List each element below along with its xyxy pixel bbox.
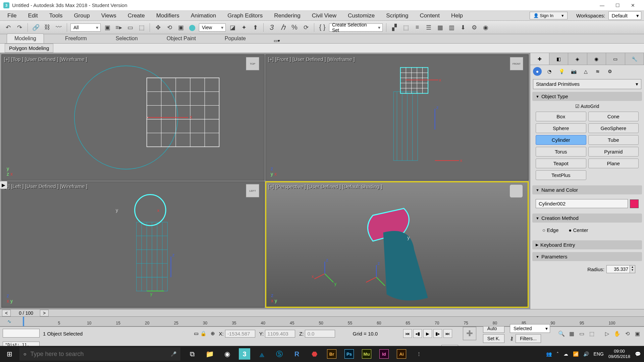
helpers-subtab[interactable]: △ [581,67,590,76]
window-crossing-button[interactable]: ⬚ [137,23,146,32]
ribbon-tab-populate[interactable]: Populate [217,34,254,43]
selected-combo[interactable]: Selected [510,324,550,333]
viewport-top-label[interactable]: [+] [Top ] [User Defined ] [Wireframe ] [4,56,87,62]
move-button[interactable]: ✥ [153,23,163,32]
rollout-header-parameters[interactable]: ▼Parameters [532,252,642,261]
btn-cone[interactable]: Cone [588,112,639,121]
spinner-snap-button[interactable]: ⟳ [301,23,311,32]
radius-spinner[interactable]: ▲▼ [606,265,635,273]
schematic-view-button[interactable]: ▥ [447,23,456,32]
select-by-name-button[interactable]: ≡▸ [114,23,123,32]
coord-x[interactable]: -1534.587 [225,330,255,338]
link-button[interactable]: 🔗 [31,23,41,32]
autogrid-checkbox[interactable]: ☑ AutoGrid [536,104,639,109]
space-warps-subtab[interactable]: ≋ [593,67,602,76]
placement-button[interactable]: ⬤ [187,23,197,32]
play-button[interactable]: ▶ [423,329,432,338]
btn-pyramid[interactable]: Pyramid [588,147,639,157]
coord-y[interactable]: 1109.403 [265,330,295,338]
viewport-front-label[interactable]: [+] [Front ] [User Defined ] [Wireframe … [268,56,355,62]
display-tab[interactable]: ▭ [606,53,625,65]
create-tab[interactable]: ✚ [530,53,549,65]
menu-content[interactable]: Content [415,11,444,20]
minimize-button[interactable]: — [594,0,610,11]
prev-frame-button[interactable]: ◂▮ [413,329,422,338]
ribbon-tab-modeling[interactable]: Modeling [7,34,44,43]
cloud-icon[interactable]: ☁ [564,351,568,357]
menu-modifiers[interactable]: Modifiers [152,11,184,20]
layers-button[interactable]: ≡ [413,23,422,32]
muse-icon[interactable]: Mu [358,346,375,362]
goto-end-button[interactable]: ⏭ [443,329,452,338]
menu-tools[interactable]: Tools [45,11,67,20]
zoom-region-icon[interactable]: ⬚ [588,329,596,338]
angle-snap-button[interactable]: ℎ [278,23,288,32]
time-marker[interactable] [23,317,24,326]
lights-subtab[interactable]: 💡 [557,67,566,76]
mirror-button[interactable]: ▞ [390,23,399,32]
coord-z[interactable]: 0.0 [305,330,335,338]
systems-subtab[interactable]: ⚙ [605,67,614,76]
snap-toggle-button[interactable]: 3 [267,23,276,32]
overflow-icon[interactable]: ⋮ [411,346,427,362]
lock-icon[interactable]: ▭ 🔒 [194,330,206,337]
redo-button[interactable]: ↷ [15,23,24,32]
photoshop-icon[interactable]: Ps [341,346,358,362]
unlink-button[interactable]: ⛓ [43,23,52,32]
zoom-all-icon[interactable]: ▦ [568,329,576,338]
view-cube-left[interactable]: LEFT [246,184,259,197]
menu-animation[interactable]: Animation [186,11,221,20]
rollout-header-name-color[interactable]: ▼Name and Color [532,185,642,194]
menu-rendering[interactable]: Rendering [269,11,305,20]
use-pivot-button[interactable]: ◪ [228,23,237,32]
mic-icon[interactable]: 🎤 [171,351,176,357]
radio-center[interactable]: ● Center [569,227,588,233]
menu-views[interactable]: Views [97,11,121,20]
btn-geosphere[interactable]: GeoSphere [588,123,639,133]
revit-icon[interactable]: R [288,346,305,362]
viewport-persp-label[interactable]: [+] [Perspective ] [User Defined ] [Defa… [268,184,382,189]
ribbon-tab-selection[interactable]: Selection [108,34,146,43]
menu-edit[interactable]: Edit [23,11,42,20]
walk-icon[interactable]: ✋ [613,329,621,338]
percent-snap-button[interactable]: % [290,23,299,32]
shapes-subtab[interactable]: ◔ [545,67,554,76]
rollout-header-object-type[interactable]: ▼Object Type [532,92,642,101]
menu-scripting[interactable]: Scripting [381,11,413,20]
align-button[interactable]: ⬚ [401,23,411,32]
toggle-layers-button[interactable]: ☰ [424,23,433,32]
3dsmax-icon[interactable]: 3 [239,348,250,360]
named-selection-combo[interactable]: Create Selection Set [329,23,383,32]
cameras-subtab[interactable]: 📷 [569,67,578,76]
acrobat-icon[interactable]: ⬣ [306,346,323,362]
key-filters-icon[interactable]: ⚷ [510,336,514,342]
start-button[interactable]: ⊞ [0,346,19,362]
viewport-perspective[interactable]: [+] [Perspective ] [User Defined ] [Defa… [265,181,529,308]
orbit-icon[interactable]: ⟲ [623,329,631,338]
rollout-header-keyboard-entry[interactable]: ▶Keyboard Entry [532,240,642,249]
manipulate-button[interactable]: ✦ [239,23,249,32]
undo-button[interactable]: ↶ [3,23,13,32]
utilities-tab[interactable]: 🔧 [625,53,644,65]
sign-in-button[interactable]: 👤Sign In▾ [530,12,568,19]
viewport-top[interactable]: [+] [Top ] [User Defined ] [Wireframe ] … [1,54,265,181]
scale-button[interactable]: ▣ [176,23,185,32]
hierarchy-tab[interactable]: ◈ [568,53,587,65]
people-icon[interactable]: 👥 [546,351,552,357]
taskbar-search[interactable]: ○ 🎤 [19,347,180,361]
btn-teapot[interactable]: Teapot [536,159,586,168]
viewport-left-label[interactable]: [+] [Left ] [User Defined ] [Wireframe ] [4,183,88,189]
ref-coord-combo[interactable]: View [199,23,226,32]
set-key-big-button[interactable]: ✚ [463,327,476,340]
explorer-icon[interactable]: 📁 [201,346,218,362]
volume-icon[interactable]: 🔊 [583,351,589,357]
btn-torus[interactable]: Torus [536,147,586,157]
skype-icon[interactable]: Ⓢ [271,346,288,362]
viewport-expand-button[interactable]: ▶ [0,181,7,189]
close-button[interactable]: ✕ [625,0,641,11]
max-toggle-icon[interactable]: ▣ [633,329,641,338]
material-editor-button[interactable]: ⬇ [458,23,468,32]
render-frame-button[interactable]: ◉ [481,23,490,32]
selection-filter-combo[interactable]: All [70,23,101,32]
menu-help[interactable]: Help [446,11,468,20]
